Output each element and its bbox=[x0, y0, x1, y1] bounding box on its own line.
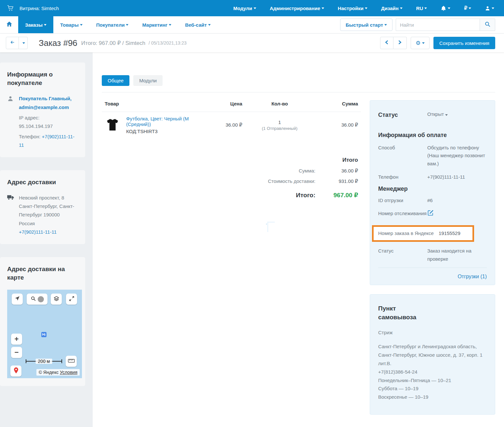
map-pin-button[interactable] bbox=[10, 365, 21, 377]
location-arrow-icon bbox=[14, 296, 20, 303]
edit-icon bbox=[427, 212, 434, 217]
pickup-hours-saturday: Суббота — 10–19 bbox=[378, 384, 487, 393]
panorama-icon bbox=[38, 296, 44, 302]
payment-phone-label: Телефон bbox=[378, 173, 427, 181]
menu-design[interactable]: Дизайн bbox=[381, 6, 403, 11]
col-qty: Кол-во bbox=[242, 101, 317, 106]
col-product: Товар bbox=[105, 101, 206, 106]
ruble-symbol: ₽ bbox=[464, 5, 467, 11]
chevron-down-icon bbox=[22, 42, 25, 44]
payment-method-label: Способ bbox=[378, 144, 427, 168]
chevron-down-icon bbox=[126, 24, 128, 26]
main-nav: Заказы Товары Покупатели Маркетинг Веб-с… bbox=[0, 16, 504, 34]
status-dropdown[interactable]: Открыт bbox=[427, 110, 487, 120]
yandex-status-label: Статус bbox=[378, 247, 427, 263]
ruler-button[interactable] bbox=[66, 356, 77, 367]
user-icon bbox=[7, 94, 14, 149]
zoom-out-button[interactable]: − bbox=[11, 347, 22, 358]
shipment-id-label: ID отгрузки bbox=[378, 197, 427, 205]
product-image bbox=[105, 117, 120, 133]
shipments-link[interactable]: Отгрузки (1) bbox=[458, 274, 487, 279]
chevron-down-icon bbox=[445, 114, 448, 116]
storefront-switcher[interactable]: Витрина: Simtech bbox=[7, 4, 59, 12]
layers-icon bbox=[53, 296, 60, 303]
zoom-in-button[interactable]: + bbox=[11, 334, 22, 345]
currency-switcher[interactable]: ₽ bbox=[464, 5, 471, 11]
address-line: Санкт-Петербург, Санкт-Петербург 190000 bbox=[19, 202, 78, 219]
map-layers-button[interactable] bbox=[51, 294, 62, 305]
totals-heading: Итого bbox=[102, 157, 361, 163]
ruler-icon bbox=[68, 358, 75, 364]
shipping-cost-value: 931.00 ₽ bbox=[315, 178, 361, 184]
tab-addons[interactable]: Модули bbox=[133, 75, 163, 86]
map-terms-link[interactable]: Условия bbox=[60, 370, 77, 375]
nav-customers[interactable]: Покупатели bbox=[89, 16, 136, 33]
address-line: Россия bbox=[19, 219, 78, 228]
chevron-down-icon bbox=[365, 7, 367, 9]
search-input[interactable] bbox=[396, 19, 480, 31]
tracking-number-label: Номер отслеживания bbox=[378, 210, 427, 219]
pickup-title: Пункт самовывоза bbox=[378, 304, 430, 322]
chevron-down-icon bbox=[208, 24, 211, 26]
back-dropdown-button[interactable] bbox=[19, 37, 28, 49]
product-qty: 1 bbox=[242, 119, 317, 125]
language-switcher[interactable]: RU bbox=[416, 6, 427, 11]
nav-website[interactable]: Веб-сайт bbox=[178, 16, 218, 33]
chevron-down-icon bbox=[469, 7, 471, 9]
pin-icon bbox=[13, 367, 19, 375]
home-button[interactable] bbox=[0, 16, 18, 33]
menu-settings[interactable]: Настройки bbox=[338, 6, 367, 11]
yandex-map[interactable]: + − 200 м © Яндекс Условия bbox=[7, 290, 82, 378]
chevron-right-icon bbox=[398, 40, 402, 46]
next-order-button[interactable] bbox=[393, 37, 407, 49]
product-qty-note: (1 Отправленный) bbox=[242, 126, 317, 131]
nav-products[interactable]: Товары bbox=[53, 16, 89, 33]
order-side-panels: Статус Открыт Информация об оплате Спосо… bbox=[370, 92, 495, 415]
order-items-section: Товар Цена Кол-во Сумма Футболка, Цвет: … bbox=[102, 92, 361, 415]
subtotal-label: Сумма: bbox=[299, 168, 315, 173]
nav-marketing[interactable]: Маркетинг bbox=[135, 16, 178, 33]
shipping-phone-link[interactable]: +7(902)111-11-11 bbox=[19, 228, 78, 236]
notifications-menu[interactable] bbox=[441, 5, 450, 11]
order-actions-button[interactable]: ⚙ bbox=[411, 37, 430, 49]
pickup-point-panel: Пункт самовывоза Стриж Санкт-Петербург и… bbox=[370, 294, 495, 415]
geolocation-button[interactable] bbox=[12, 294, 23, 305]
ip-label: IP адрес: bbox=[19, 115, 40, 120]
pickup-phone: +7(812)386-54-24 bbox=[378, 368, 487, 376]
pickup-address: Санкт-Петербург и Ленинградская область,… bbox=[378, 342, 487, 367]
status-panel: Статус Открыт Информация об оплате Спосо… bbox=[370, 100, 495, 285]
menu-modules[interactable]: Модули bbox=[233, 6, 256, 11]
yandex-status-value: Заказ находится на проверке bbox=[427, 247, 487, 263]
customer-name-link[interactable]: Покупатель Главный, bbox=[19, 94, 78, 103]
map-search-button[interactable] bbox=[27, 294, 47, 305]
panel-title: Информация о покупателе bbox=[7, 70, 78, 87]
fullscreen-button[interactable] bbox=[66, 294, 77, 305]
back-button[interactable] bbox=[6, 37, 19, 49]
shipping-cost-label: Стоимость доставки: bbox=[268, 178, 315, 184]
tab-general[interactable]: Общее bbox=[102, 75, 129, 86]
order-tabs: Общее Модули bbox=[102, 75, 495, 86]
product-name-link[interactable]: Футболка, Цвет: Черный (М (Средний)) bbox=[126, 116, 206, 127]
manager-heading: Менеджер bbox=[378, 186, 487, 192]
ip-value: 95.104.194.197 bbox=[19, 123, 53, 129]
chevron-left-icon bbox=[385, 40, 389, 46]
payment-info-heading: Информация об оплате bbox=[378, 132, 487, 139]
save-changes-button[interactable]: Сохранить изменения bbox=[433, 37, 495, 49]
menu-administration[interactable]: Администрирование bbox=[270, 6, 324, 11]
cart-icon bbox=[7, 4, 14, 12]
edit-tracking-button[interactable] bbox=[427, 210, 487, 219]
order-table-header: Товар Цена Кол-во Сумма bbox=[102, 92, 361, 112]
customer-email-link[interactable]: admin@example.com bbox=[19, 103, 78, 112]
search-button[interactable] bbox=[480, 19, 495, 31]
chevron-down-icon bbox=[422, 42, 425, 44]
table-row: Футболка, Цвет: Черный (М (Средний)) КОД… bbox=[102, 112, 361, 139]
product-price: 36.00 ₽ bbox=[206, 122, 242, 128]
account-menu[interactable] bbox=[485, 6, 494, 11]
prev-order-button[interactable] bbox=[380, 37, 393, 49]
search-icon bbox=[484, 21, 491, 29]
nav-orders[interactable]: Заказы bbox=[18, 16, 53, 33]
phone-label: Телефон: bbox=[19, 134, 40, 139]
quick-start-button[interactable]: Быстрый старт bbox=[340, 19, 392, 31]
order-subtitle: Итого: 967.00 ₽ / Simtech bbox=[81, 40, 145, 47]
shipment-id-link[interactable]: #6 bbox=[427, 197, 487, 205]
